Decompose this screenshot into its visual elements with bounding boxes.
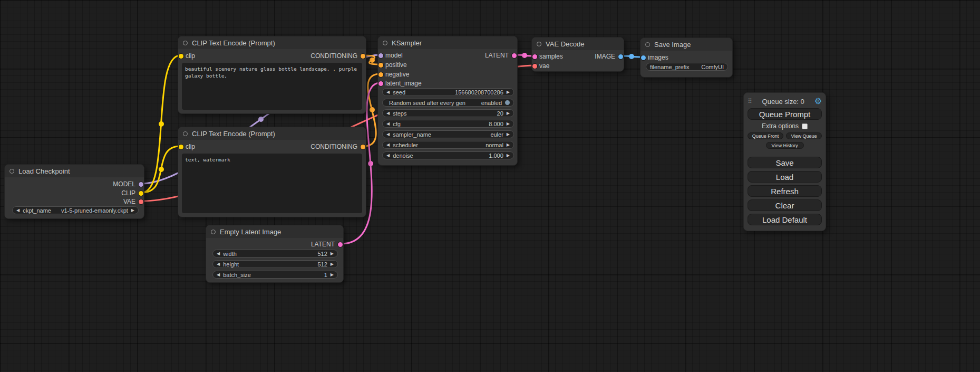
collapse-dot-icon[interactable]	[383, 41, 387, 45]
prompt-textarea[interactable]: beautiful scenery nature glass bottle la…	[182, 63, 362, 110]
load-button[interactable]: Load	[748, 171, 822, 183]
widget-width[interactable]: ◀ width 512 ▶	[212, 250, 338, 257]
input-label-model: model	[385, 52, 403, 59]
save-button[interactable]: Save	[748, 157, 822, 168]
input-port-latent-image[interactable]	[379, 81, 383, 86]
widget-denoise[interactable]: ◀ denoise 1.000 ▶	[382, 151, 514, 159]
decrement-icon[interactable]: ◀	[386, 143, 390, 147]
node-titlebar[interactable]: Save Image	[641, 38, 732, 51]
increment-icon[interactable]: ▶	[507, 143, 510, 147]
node-titlebar[interactable]: Load Checkpoint	[5, 165, 144, 177]
node-graph-canvas[interactable]: Load Checkpoint MODEL CLIP VAE ◀ ckpt_na…	[0, 0, 980, 372]
input-port-images[interactable]	[641, 55, 646, 60]
queue-prompt-button[interactable]: Queue Prompt	[748, 108, 822, 120]
input-port-clip[interactable]	[179, 54, 183, 59]
clear-button[interactable]: Clear	[748, 199, 822, 211]
output-port-clip[interactable]	[139, 191, 143, 196]
output-port-conditioning[interactable]	[361, 145, 365, 149]
decrement-icon[interactable]: ◀	[217, 262, 220, 266]
widget-ckpt-name[interactable]: ◀ ckpt_name v1-5-pruned-emaonly.ckpt ▶	[12, 206, 139, 214]
decrement-icon[interactable]: ◀	[386, 132, 390, 137]
increment-icon[interactable]: ▶	[507, 111, 510, 116]
increment-icon[interactable]: ▶	[507, 154, 510, 158]
widget-filename-prefix[interactable]: filename_prefix ComfyUI	[646, 63, 728, 71]
output-label-latent: LATENT	[485, 52, 509, 59]
decrement-icon[interactable]: ◀	[386, 122, 390, 126]
widget-value: ComfyUI	[701, 64, 724, 70]
node-titlebar[interactable]: Empty Latent Image	[206, 225, 343, 238]
node-title: Load Checkpoint	[18, 167, 70, 175]
widget-name: height	[223, 261, 239, 268]
output-port-latent[interactable]	[512, 53, 517, 58]
input-label-images: images	[648, 54, 668, 61]
output-port-conditioning[interactable]	[361, 54, 365, 59]
node-titlebar[interactable]: VAE Decode	[532, 37, 624, 50]
collapse-dot-icon[interactable]	[537, 42, 541, 46]
output-port-latent[interactable]	[338, 242, 343, 247]
increment-icon[interactable]: ▶	[507, 90, 510, 94]
comfy-menu-panel[interactable]: ⠿ Queue size: 0 ⚙ Queue Prompt Extra opt…	[743, 92, 826, 231]
collapse-dot-icon[interactable]	[9, 169, 14, 174]
input-port-clip[interactable]	[179, 145, 183, 149]
decrement-icon[interactable]: ◀	[217, 273, 220, 277]
node-title: KSampler	[392, 39, 422, 47]
node-save-image[interactable]: Save Image images filename_prefix ComfyU…	[640, 37, 733, 78]
increment-icon[interactable]: ▶	[331, 273, 334, 277]
output-label-model: MODEL	[113, 180, 135, 188]
decrement-icon[interactable]: ◀	[16, 208, 20, 213]
node-vae-decode[interactable]: VAE Decode samples vae IMAGE	[531, 37, 624, 72]
load-default-button[interactable]: Load Default	[748, 214, 822, 225]
input-port-vae[interactable]	[532, 64, 537, 69]
widget-sampler-name[interactable]: ◀ sampler_name euler ▶	[382, 130, 514, 138]
node-clip-text-encode-positive[interactable]: CLIP Text Encode (Prompt) clip CONDITION…	[178, 36, 366, 114]
input-port-negative[interactable]	[379, 72, 383, 77]
output-port-vae[interactable]	[139, 199, 143, 204]
node-titlebar[interactable]: CLIP Text Encode (Prompt)	[178, 36, 366, 49]
collapse-dot-icon[interactable]	[183, 131, 188, 136]
link-midpoint-samples	[522, 53, 527, 58]
input-port-positive[interactable]	[379, 63, 383, 68]
toggle-dot-icon[interactable]	[505, 100, 510, 105]
node-empty-latent-image[interactable]: Empty Latent Image LATENT ◀ width 512 ▶ …	[206, 225, 344, 283]
collapse-dot-icon[interactable]	[645, 42, 650, 47]
decrement-icon[interactable]: ◀	[386, 111, 390, 116]
increment-icon[interactable]: ▶	[331, 262, 334, 266]
node-load-checkpoint[interactable]: Load Checkpoint MODEL CLIP VAE ◀ ckpt_na…	[4, 164, 144, 219]
decrement-icon[interactable]: ◀	[217, 252, 220, 256]
node-titlebar[interactable]: KSampler	[378, 36, 517, 49]
drag-handle-icon[interactable]: ⠿	[748, 98, 752, 105]
increment-icon[interactable]: ▶	[331, 252, 334, 256]
widget-steps[interactable]: ◀ steps 20 ▶	[382, 109, 514, 117]
widget-height[interactable]: ◀ height 512 ▶	[212, 260, 338, 268]
decrement-icon[interactable]: ◀	[386, 154, 390, 158]
input-port-samples[interactable]	[532, 54, 537, 59]
widget-random-seed-toggle[interactable]: Random seed after every gen enabled	[382, 99, 514, 107]
settings-gear-icon[interactable]: ⚙	[814, 97, 822, 106]
collapse-dot-icon[interactable]	[183, 41, 188, 45]
collapse-dot-icon[interactable]	[211, 230, 216, 234]
node-titlebar[interactable]: CLIP Text Encode (Prompt)	[178, 127, 366, 140]
input-label-vae: vae	[539, 62, 549, 70]
input-port-model[interactable]	[379, 53, 383, 58]
queue-front-button[interactable]: Queue Front	[748, 132, 783, 139]
increment-icon[interactable]: ▶	[131, 208, 134, 213]
extra-options-checkbox[interactable]	[802, 123, 808, 129]
widget-name: scheduler	[393, 142, 418, 148]
increment-icon[interactable]: ▶	[507, 122, 510, 126]
output-port-model[interactable]	[139, 182, 143, 187]
widget-batch-size[interactable]: ◀ batch_size 1 ▶	[212, 271, 338, 279]
refresh-button[interactable]: Refresh	[748, 185, 822, 197]
node-ksampler[interactable]: KSampler model positive negative latent_…	[377, 36, 518, 166]
view-history-button[interactable]: View History	[766, 142, 804, 149]
increment-icon[interactable]: ▶	[507, 132, 510, 137]
view-queue-button[interactable]: View Queue	[786, 132, 822, 139]
node-clip-text-encode-negative[interactable]: CLIP Text Encode (Prompt) clip CONDITION…	[178, 127, 366, 217]
output-label-clip: CLIP	[121, 189, 135, 197]
widget-cfg[interactable]: ◀ cfg 8.000 ▶	[382, 120, 514, 128]
input-label-negative: negative	[385, 71, 409, 78]
widget-scheduler[interactable]: ◀ scheduler normal ▶	[382, 141, 514, 149]
widget-seed[interactable]: ◀ seed 156680208700286 ▶	[382, 88, 514, 96]
output-port-image[interactable]	[618, 54, 623, 59]
decrement-icon[interactable]: ◀	[386, 90, 390, 94]
prompt-textarea[interactable]: text, watermark	[182, 154, 362, 213]
